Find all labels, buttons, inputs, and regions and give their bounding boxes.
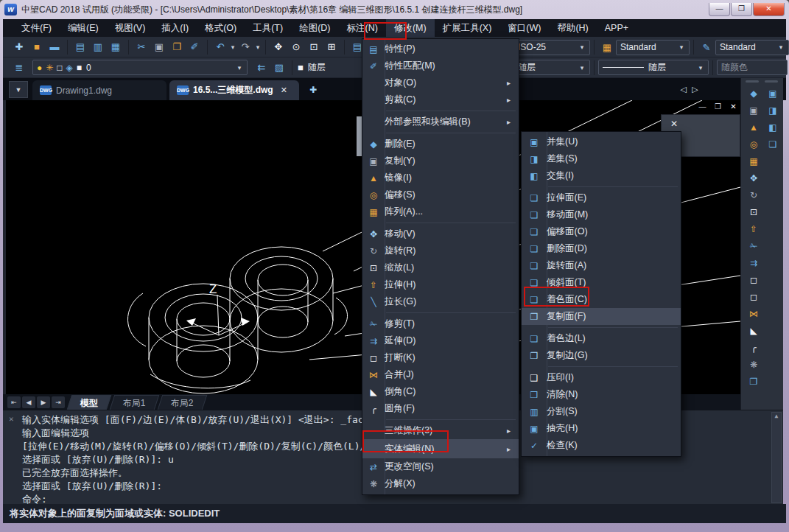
layer-states-icon[interactable]: ▨ — [271, 60, 287, 76]
zoom-realtime-icon[interactable]: ⊙ — [288, 39, 304, 55]
mirror-icon[interactable]: ▲ — [745, 119, 762, 136]
minimize-button[interactable]: — — [709, 3, 730, 16]
submenu-item-intersect[interactable]: ◧交集(I) — [522, 167, 681, 184]
submenu-item-clean[interactable]: ❒清除(N) — [522, 386, 681, 403]
layer-previous-icon[interactable]: ⇇ — [253, 60, 270, 76]
menu-file[interactable]: 文件(F) — [13, 19, 60, 37]
trim-icon[interactable]: ✁ — [745, 237, 762, 254]
submenu-item-extrude-faces[interactable]: ❏拉伸面(E) — [522, 189, 681, 206]
layers-manager-icon[interactable]: ≣ — [11, 60, 27, 76]
menu-insert[interactable]: 插入(I) — [153, 19, 197, 37]
cut-icon[interactable]: ✂ — [133, 39, 150, 55]
menu-app-plus[interactable]: APP+ — [597, 19, 637, 37]
rotate-icon[interactable]: ↻ — [745, 186, 762, 203]
tab-close-icon[interactable]: ✕ — [281, 85, 287, 95]
menu-item-mirror[interactable]: ▲镜像(I) — [362, 169, 519, 186]
redo-dropdown-icon[interactable]: ▾ — [254, 43, 262, 51]
menu-item-xref-block-edit[interactable]: 外部参照和块编辑(B)▸ — [362, 113, 519, 130]
redo-icon[interactable]: ↷ — [237, 39, 253, 55]
submenu-item-copy-edges[interactable]: ❐复制边(G) — [522, 347, 681, 364]
menu-item-match-properties[interactable]: ✐特性匹配(M) — [362, 57, 519, 74]
menu-item-change-space[interactable]: ⇄更改空间(S) — [362, 458, 519, 475]
menu-item-solid-editing[interactable]: 实体编辑(N)▸ — [362, 439, 519, 458]
menu-item-stretch[interactable]: ⇧拉伸(H) — [362, 276, 519, 293]
new-tab-button[interactable]: ✚ — [305, 83, 321, 97]
menu-item-copy[interactable]: ▣复制(Y) — [362, 153, 519, 169]
print-preview-icon[interactable]: ▥ — [90, 39, 106, 55]
doc-tab-drawing1[interactable]: DWG Drawing1.dwg — [32, 80, 166, 100]
toolbar-grip[interactable] — [765, 80, 778, 83]
menu-modify[interactable]: 修改(M) — [386, 19, 435, 37]
menu-item-chamfer[interactable]: ◣倒角(C) — [362, 383, 519, 400]
submenu-item-separate[interactable]: ▥分割(S) — [522, 403, 681, 420]
menu-item-break[interactable]: ◻打断(K) — [362, 349, 519, 366]
menu-item-erase[interactable]: ◆删除(E) — [362, 136, 519, 153]
extrude-faces-icon[interactable]: ❏ — [764, 136, 782, 153]
menu-item-rotate[interactable]: ↻旋转(R) — [362, 242, 519, 259]
maximize-button[interactable]: ❐ — [731, 3, 752, 16]
dim-style-combo[interactable]: ISO-25 ▾ — [513, 40, 590, 55]
match-properties-icon[interactable]: ✐ — [186, 39, 203, 55]
menu-item-trim[interactable]: ✁修剪(T) — [362, 315, 519, 332]
break-icon[interactable]: ◻ — [745, 271, 762, 288]
layout-nav-prev[interactable]: ◀ — [22, 396, 35, 408]
menu-item-properties[interactable]: ▤特性(P) — [362, 41, 519, 57]
subtract-icon[interactable]: ◨ — [764, 102, 782, 119]
zoom-window-icon[interactable]: ⊡ — [306, 39, 322, 55]
copy-icon[interactable]: ▣ — [151, 39, 167, 55]
menu-tools[interactable]: 工具(T) — [245, 19, 291, 37]
union-icon[interactable]: ▣ — [764, 85, 782, 102]
lineweight-combo[interactable]: 随颜色 — [717, 60, 788, 75]
layout-nav-first[interactable]: ⇤ — [7, 396, 21, 408]
explode-icon[interactable]: ❋ — [745, 356, 762, 373]
menu-dimension[interactable]: 标注(N) — [339, 19, 386, 37]
menu-edit[interactable]: 编辑(E) — [60, 19, 107, 37]
tab-layout1[interactable]: 布局1 — [110, 395, 159, 410]
copy-icon[interactable]: ▣ — [745, 102, 762, 119]
undo-icon[interactable]: ↶ — [212, 39, 228, 55]
array-icon[interactable]: ▦ — [745, 153, 762, 169]
menu-item-join[interactable]: ⋈合并(J) — [362, 366, 519, 383]
layout-nav-next[interactable]: ▶ — [37, 396, 50, 408]
pan-icon[interactable]: ✥ — [270, 39, 287, 55]
submenu-item-delete-faces[interactable]: ❏删除面(D) — [522, 240, 681, 257]
menu-item-lengthen[interactable]: ╲拉长(G) — [362, 293, 519, 310]
menu-item-object[interactable]: 对象(O)▸ — [362, 74, 519, 91]
menu-express-tools[interactable]: 扩展工具(X) — [435, 19, 500, 37]
menu-item-3d-operations[interactable]: 三维操作(3)▸ — [362, 422, 519, 439]
menu-window[interactable]: 窗口(W) — [499, 19, 549, 37]
menu-item-array[interactable]: ▦阵列(A)... — [362, 203, 519, 220]
stretch-icon[interactable]: ⇧ — [745, 220, 762, 237]
paste-icon[interactable]: ❐ — [169, 39, 185, 55]
tab-list-button[interactable]: ▼ — [9, 81, 28, 98]
menu-format[interactable]: 格式(O) — [197, 19, 245, 37]
submenu-item-rotate-faces[interactable]: ❏旋转面(A) — [522, 257, 681, 274]
submenu-item-check[interactable]: ✓检查(K) — [522, 437, 681, 454]
zoom-previous-icon[interactable]: ⊞ — [323, 39, 340, 55]
app-logo-icon[interactable]: w — [4, 4, 17, 15]
submenu-item-copy-faces[interactable]: ❐复制面(F) — [522, 308, 681, 325]
submenu-item-imprint[interactable]: ❑压印(I) — [522, 369, 681, 386]
mleader-style-combo[interactable]: Standard ▾ — [715, 40, 789, 55]
submenu-item-move-faces[interactable]: ❏移动面(M) — [522, 206, 681, 223]
menu-item-scale[interactable]: ⊡缩放(L) — [362, 259, 519, 276]
fillet-icon[interactable]: ╭ — [745, 339, 762, 356]
table-style-combo[interactable]: Standard ▾ — [616, 40, 690, 55]
erase-icon[interactable]: ◆ — [745, 85, 762, 102]
break-at-point-icon[interactable]: ◻ — [745, 288, 762, 305]
command-close-icon[interactable]: ✕ — [9, 414, 14, 424]
scroll-up-icon[interactable]: ▲ — [772, 413, 781, 419]
menu-item-clip[interactable]: 剪裁(C)▸ — [362, 91, 519, 108]
menu-item-move[interactable]: ✥移动(V) — [362, 225, 519, 242]
command-scrollbar[interactable]: ▲ — [771, 412, 782, 503]
menu-draw[interactable]: 绘图(D) — [291, 19, 338, 37]
undo-dropdown-icon[interactable]: ▾ — [229, 43, 236, 51]
submenu-item-subtract[interactable]: ◨差集(S) — [522, 150, 681, 167]
save-icon[interactable]: ▬ — [46, 39, 63, 55]
close-button[interactable]: ✕ — [753, 3, 785, 16]
submenu-item-shade-faces[interactable]: ❏着色面(C) — [522, 291, 681, 308]
child-restore-icon[interactable]: ❐ — [712, 102, 723, 111]
menu-item-offset[interactable]: ◎偏移(S) — [362, 186, 519, 203]
submenu-item-shell[interactable]: ▣抽壳(H) — [522, 420, 681, 437]
extend-icon[interactable]: ⇉ — [745, 254, 762, 271]
